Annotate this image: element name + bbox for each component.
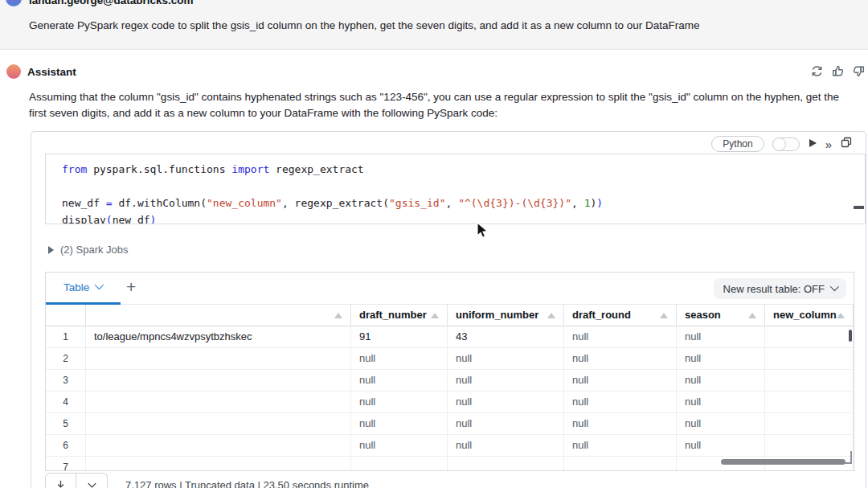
table-cell — [86, 392, 351, 413]
table-row: 1to/league/mpncs4wzvpsytbzhskec9143nulln… — [46, 326, 854, 348]
assistant-actions — [810, 64, 866, 78]
sort-icon[interactable] — [660, 313, 668, 318]
row-number: 5 — [46, 413, 86, 435]
table-row: 3nullnullnullnull — [46, 370, 854, 392]
table-cell: null — [351, 370, 448, 392]
results-tabbar: Table + New result table: OFF — [46, 273, 854, 305]
assistant-avatar — [6, 64, 21, 79]
run-icon[interactable] — [808, 137, 817, 151]
table-cell: null — [677, 435, 765, 457]
user-message-banner: landan.george@databricks.com Generate Py… — [0, 0, 868, 50]
code-scrollbar-thumb[interactable] — [854, 206, 864, 209]
vertical-scrollbar-thumb[interactable] — [849, 330, 852, 342]
user-avatar — [6, 0, 22, 6]
table-header-cell[interactable]: new_column — [765, 305, 854, 326]
table-cell: to/league/mpncs4wzvpsytbzhskec — [86, 326, 351, 348]
toggle-switch[interactable] — [772, 137, 800, 151]
table-cell — [765, 392, 854, 413]
table-cell: 91 — [351, 326, 448, 348]
thumbs-down-icon[interactable] — [852, 64, 866, 78]
table-cell: null — [564, 326, 677, 348]
table-header-cell[interactable]: draft_number — [351, 305, 448, 326]
table-cell: null — [351, 413, 448, 435]
row-number-header — [46, 305, 86, 326]
table-cell — [86, 370, 351, 392]
user-email: landan.george@databricks.com — [29, 0, 193, 6]
chevron-down-icon — [95, 281, 104, 289]
toggle-knob — [772, 137, 786, 151]
sort-icon[interactable] — [431, 313, 439, 318]
results-footer: 7,127 rows | Truncated data | 23.50 seco… — [45, 473, 369, 488]
language-pill[interactable]: Python — [711, 136, 764, 152]
sort-icon[interactable] — [748, 313, 756, 318]
table-cell — [765, 413, 854, 435]
download-icon — [55, 479, 67, 488]
cell-controls: Python » — [711, 135, 853, 153]
code-line: from pyspark.sql.functions import regexp… — [62, 161, 865, 178]
table-cell: null — [677, 370, 765, 392]
download-button[interactable] — [45, 473, 76, 488]
result-table: draft_numberuniform_numberdraft_roundsea… — [46, 305, 854, 471]
column-label: uniform_number — [456, 309, 538, 321]
table-cell — [86, 413, 351, 435]
table-header-cell[interactable]: season — [677, 305, 765, 326]
table-cell: null — [564, 435, 677, 457]
refresh-icon[interactable] — [810, 64, 824, 78]
row-number: 1 — [46, 326, 86, 348]
table-cell: null — [564, 370, 677, 392]
assistant-label: Assistant — [27, 66, 76, 78]
column-label: season — [685, 309, 721, 321]
code-editor[interactable]: from pyspark.sql.functions import regexp… — [45, 154, 866, 224]
tab-table-label: Table — [63, 281, 89, 293]
row-number: 3 — [46, 370, 86, 392]
assistant-paragraph: Assuming that the column "gsis_id" conta… — [29, 89, 844, 121]
column-label: new_column — [773, 309, 837, 321]
footer-button-group — [45, 473, 108, 488]
table-cell: null — [677, 413, 765, 435]
spark-jobs-expander[interactable]: (2) Spark Jobs — [48, 244, 129, 256]
mouse-cursor — [476, 222, 489, 240]
sort-icon[interactable] — [334, 313, 342, 318]
table-cell: null — [564, 392, 677, 413]
resize-handle[interactable] — [844, 451, 852, 464]
table-cell — [448, 457, 564, 471]
row-number: 2 — [46, 348, 86, 370]
table-cell: null — [448, 370, 564, 392]
table-cell: null — [677, 392, 765, 413]
copy-icon[interactable] — [840, 136, 853, 152]
table-row: 5nullnullnullnull — [46, 413, 854, 435]
table-row: 2nullnullnullnull — [46, 348, 854, 370]
table-cell — [564, 457, 677, 471]
chevron-down-icon — [830, 281, 839, 290]
sort-icon[interactable] — [547, 313, 555, 318]
table-cell — [86, 348, 351, 370]
load-more-button[interactable] — [76, 473, 108, 488]
table-cell — [86, 457, 351, 471]
spark-jobs-label: (2) Spark Jobs — [60, 244, 129, 256]
databricks-assistant-screen: landan.george@databricks.com Generate Py… — [0, 0, 868, 488]
run-all-icon[interactable]: » — [825, 138, 832, 150]
table-cell: null — [677, 348, 765, 370]
table-cell — [765, 435, 854, 457]
table-cell: null — [448, 413, 564, 435]
results-summary: 7,127 rows | Truncated data | 23.50 seco… — [125, 479, 369, 488]
new-result-table-label: New result table: OFF — [723, 283, 825, 295]
table-header-cell[interactable]: uniform_number — [448, 305, 564, 326]
add-visualization-button[interactable]: + — [126, 277, 136, 297]
new-result-table-dropdown[interactable]: New result table: OFF — [714, 278, 846, 299]
table-header-cell[interactable]: draft_round — [564, 305, 677, 326]
code-lines: from pyspark.sql.functions import regexp… — [46, 154, 865, 224]
table-header-cell[interactable] — [86, 305, 351, 326]
table-cell: null — [677, 326, 765, 348]
horizontal-scrollbar-thumb[interactable] — [721, 459, 845, 465]
table-header-row: draft_numberuniform_numberdraft_roundsea… — [46, 305, 854, 326]
chevron-down-icon — [86, 479, 98, 488]
user-message-text: Generate PySpark regex code to split the… — [29, 19, 699, 31]
table-cell: null — [448, 392, 564, 413]
thumbs-up-icon[interactable] — [831, 64, 845, 78]
table-cell: null — [448, 348, 564, 370]
sort-icon[interactable] — [837, 313, 845, 318]
tab-table[interactable]: Table — [63, 281, 101, 293]
table-row: 6nullnullnullnull — [46, 435, 854, 457]
expander-arrow-icon — [48, 246, 54, 254]
